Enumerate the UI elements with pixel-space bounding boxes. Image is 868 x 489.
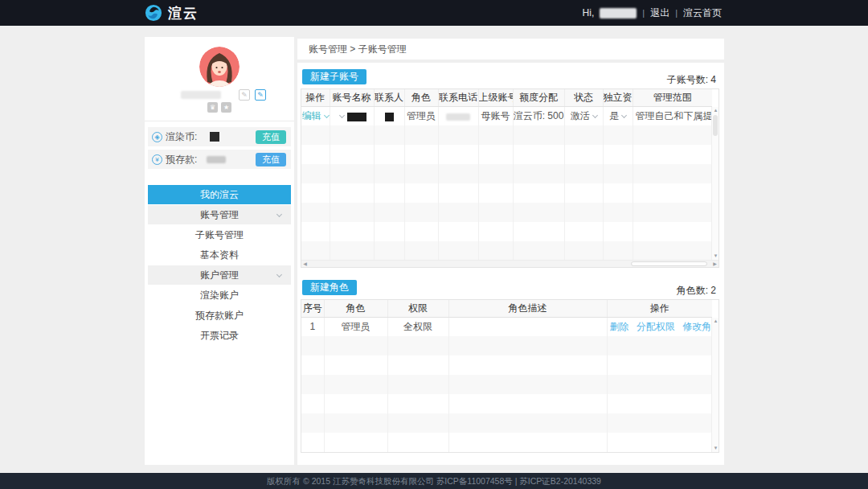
scrollbar-thumb[interactable] [631, 261, 707, 266]
scrollbar-thumb[interactable] [713, 115, 718, 136]
chevron-down-icon [621, 113, 627, 118]
divider [145, 121, 294, 121]
modify-role-link[interactable]: 修改角色 [682, 321, 712, 332]
role-count: 角色数: 2 [677, 284, 716, 298]
main-panel: 新建子账号 子账号数: 4 操作 账号名称 联系人 角色 联系电话 上级账号 [297, 63, 724, 465]
subaccount-row: 编辑 管理员 母账号 渲云币: 500 激活 是 管理自己和下属提交的任 [301, 106, 712, 125]
sidebar-item-funds-management[interactable]: 账户管理 [148, 265, 291, 285]
roles-table: 序号 角色 权限 角色描述 操作 1 管理员 全权限 删除 [301, 299, 719, 453]
sidebar-item-subaccount-management[interactable]: 子账号管理 [148, 225, 291, 244]
empty-row [301, 433, 712, 452]
vertical-scrollbar[interactable] [711, 318, 719, 452]
page: 渲云 Hi, | 退出 | 渲云首页 [0, 0, 868, 489]
col-role-description: 角色描述 [448, 300, 607, 317]
top-header: 渲云 Hi, | 退出 | 渲云首页 [0, 0, 868, 26]
sidebar-item-basic-info[interactable]: 基本资料 [148, 245, 291, 265]
render-coin-label: 渲染币: [166, 130, 197, 144]
chevron-down-icon[interactable] [339, 113, 345, 118]
scroll-down-icon[interactable] [712, 253, 719, 260]
scroll-right-icon[interactable] [711, 261, 719, 267]
render-coin-balance-row: ◈ 渲染币: 充值 [148, 127, 291, 146]
horizontal-scrollbar[interactable] [301, 260, 719, 267]
sidebar-item-my-xuanyun[interactable]: 我的渲云 [148, 185, 291, 204]
user-name-line: ✎ ✎ [145, 89, 294, 101]
new-subaccount-button[interactable]: 新建子账号 [302, 69, 366, 84]
empty-row [301, 413, 712, 433]
redacted-deposit-value [207, 156, 226, 163]
cell-role-operations: 删除 分配权限 修改角色 [607, 317, 712, 336]
greeting-text: Hi, [583, 7, 595, 18]
cell-parent-account: 母账号 [478, 106, 513, 125]
logout-link[interactable]: 退出 [650, 6, 669, 20]
cell-phone [438, 106, 478, 125]
cell-scope: 管理自己和下属提交的任 [633, 106, 712, 125]
cell-independent-assets[interactable]: 是 [603, 106, 633, 125]
cell-operation: 编辑 [301, 106, 330, 125]
render-coin-icon: ◈ [152, 132, 162, 142]
vertical-scrollbar[interactable] [711, 107, 719, 260]
edit-link[interactable]: 编辑 [302, 110, 321, 121]
chevron-down-icon [276, 212, 282, 217]
new-role-button[interactable]: 新建角色 [302, 280, 357, 295]
sidebar-item-render-account[interactable]: 渲染账户 [148, 286, 291, 305]
recharge-deposit-button[interactable]: 充值 [256, 153, 286, 166]
scroll-down-icon[interactable] [712, 445, 719, 452]
cell-role-description [448, 317, 607, 336]
scroll-left-icon[interactable] [301, 261, 309, 267]
empty-row [301, 336, 712, 355]
sidebar-menu: 我的渲云 账号管理 子账号管理 基本资料 账户管理 渲染账户 预存款账户 开票记… [148, 185, 291, 346]
deposit-icon: ¥ [152, 154, 162, 165]
separator: | [675, 8, 678, 18]
empty-row [301, 145, 712, 164]
chevron-down-icon [592, 113, 597, 118]
empty-row [301, 355, 712, 375]
cell-role-name: 管理员 [324, 317, 387, 336]
avatar [199, 47, 240, 87]
chevron-down-icon [324, 113, 330, 118]
footer-copyright: 版权所有 © 2015 江苏赞奇科技股份有限公司 苏ICP备11007458号 … [0, 473, 868, 489]
sidebar: ✎ ✎ ♛ ★ ◈ 渲染币: 充值 ¥ 预存款: 充值 我的渲云 账号管理 子账… [145, 37, 294, 465]
edit-name-icon[interactable]: ✎ [239, 89, 250, 101]
sidebar-item-deposit-account[interactable]: 预存款账户 [148, 306, 291, 325]
redacted-contact [385, 113, 394, 121]
redacted-account-name [347, 113, 366, 121]
cell-status[interactable]: 激活 [564, 106, 603, 125]
cell-contact [374, 106, 404, 125]
sidebar-item-invoice-records[interactable]: 开票记录 [148, 326, 291, 345]
empty-row [301, 241, 712, 261]
delete-role-link[interactable]: 删除 [610, 321, 629, 332]
cell-index: 1 [301, 317, 324, 336]
user-badges: ♛ ★ [145, 102, 294, 113]
logo[interactable]: 渲云 [145, 0, 199, 26]
subaccounts-table: 操作 账号名称 联系人 角色 联系电话 上级账号 额度分配 状态 独立资产 管理… [301, 88, 719, 268]
col-status: 状态 [564, 89, 603, 106]
col-operation: 操作 [607, 300, 712, 317]
subaccount-count: 子账号数: 4 [667, 73, 716, 87]
cell-permission: 全权限 [387, 317, 448, 336]
recharge-render-coin-button[interactable]: 充值 [256, 130, 286, 144]
deposit-label: 预存款: [166, 153, 197, 166]
logo-swirl-icon [145, 4, 162, 22]
assign-permission-link[interactable]: 分配权限 [637, 321, 675, 332]
redacted-phone [446, 113, 470, 121]
col-parent-account: 上级账号 [478, 89, 513, 106]
scroll-up-icon[interactable] [712, 107, 719, 114]
edit-profile-icon[interactable]: ✎ [255, 89, 266, 101]
empty-row [301, 222, 712, 241]
col-phone: 联系电话 [438, 89, 478, 106]
empty-row [301, 203, 712, 222]
roles-header-row: 序号 角色 权限 角色描述 操作 [301, 300, 712, 317]
col-permission: 权限 [387, 300, 448, 317]
empty-row [301, 375, 712, 394]
role-row: 1 管理员 全权限 删除 分配权限 修改角色 [301, 317, 712, 336]
badge-crown-icon: ♛ [207, 102, 218, 113]
separator: | [642, 8, 645, 18]
logo-text: 渲云 [168, 4, 199, 23]
sidebar-item-account-management[interactable]: 账号管理 [148, 205, 291, 224]
scroll-up-icon[interactable] [712, 318, 719, 325]
empty-row [301, 164, 712, 183]
topbar-user-area: Hi, | 退出 | 渲云首页 [583, 0, 722, 26]
col-account-name: 账号名称 [330, 89, 374, 106]
empty-row [301, 394, 712, 413]
home-link[interactable]: 渲云首页 [683, 6, 722, 20]
